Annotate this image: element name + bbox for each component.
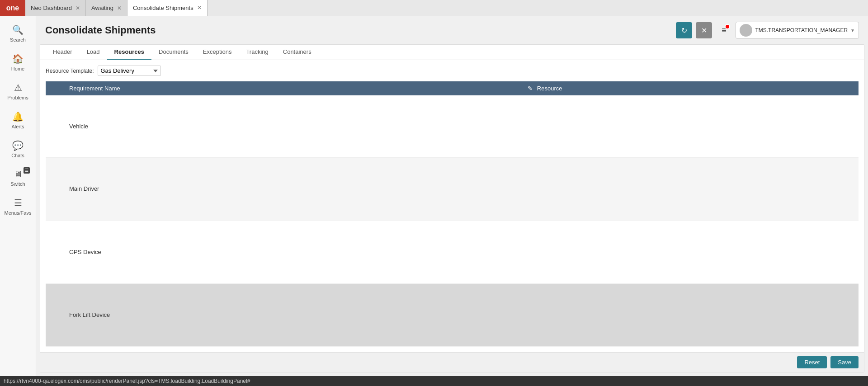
tab-tracking[interactable]: Tracking bbox=[239, 45, 275, 60]
sidebar-item-switch-label: Switch bbox=[10, 181, 25, 187]
chevron-down-icon: ▼ bbox=[850, 28, 855, 33]
status-bar: https://rtvn4000-qa.elogex.com/oms/publi… bbox=[0, 376, 868, 386]
sidebar-item-problems-label: Problems bbox=[7, 95, 28, 100]
switch-icon: 🖥 bbox=[14, 169, 23, 179]
table-cell-requirement-vehicle: Vehicle bbox=[64, 95, 522, 157]
search-icon: 🔍 bbox=[12, 24, 24, 35]
tab-bar: one Neo Dashboard ✕ Awaiting ✕ Consolida… bbox=[0, 0, 868, 16]
resource-template-label: Resource Template: bbox=[46, 68, 94, 74]
refresh-button[interactable]: ↻ bbox=[676, 22, 692, 38]
table-cell-resource-vehicle bbox=[522, 95, 859, 157]
table-cell-requirement-gps: GPS Device bbox=[64, 221, 522, 283]
tab-neo-dashboard-label: Neo Dashboard bbox=[31, 5, 72, 11]
resource-template-row: Resource Template: Gas Delivery Standard… bbox=[46, 66, 859, 76]
table-row: Vehicle bbox=[46, 95, 859, 157]
resource-table: Requirement Name ✎ Resource Vehicle bbox=[46, 81, 859, 347]
main-panel: Header Load Resources Documents Exceptio… bbox=[40, 44, 864, 372]
app-logo: one bbox=[0, 0, 25, 16]
avatar bbox=[740, 24, 752, 37]
table-col-requirement-name: Requirement Name bbox=[64, 81, 522, 95]
table-cell-edit bbox=[46, 283, 64, 346]
sidebar-item-menus-favs-label: Menus/Favs bbox=[5, 210, 32, 216]
tab-consolidate-shipments[interactable]: Consolidate Shipments ✕ bbox=[127, 0, 208, 16]
user-dropdown[interactable]: TMS.TRANSPORTATION_MANAGER ▼ bbox=[736, 22, 859, 39]
resource-template-select[interactable]: Gas Delivery Standard Delivery Express D… bbox=[98, 66, 161, 76]
refresh-icon: ↻ bbox=[681, 26, 687, 35]
table-header-row: Requirement Name ✎ Resource bbox=[46, 81, 859, 95]
tab-exceptions[interactable]: Exceptions bbox=[196, 45, 239, 60]
content-area: Consolidate Shipments ↻ ✕ ≡ TMS.TRANSPOR… bbox=[36, 16, 868, 376]
tab-awaiting-close[interactable]: ✕ bbox=[117, 5, 122, 11]
menus-icon: ☰ bbox=[14, 198, 22, 208]
status-url: https://rtvn4000-qa.elogex.com/oms/publi… bbox=[4, 378, 250, 384]
sidebar-item-search-label: Search bbox=[10, 37, 26, 42]
panel-tabs-bar: Header Load Resources Documents Exceptio… bbox=[40, 45, 864, 60]
tab-containers[interactable]: Containers bbox=[276, 45, 319, 60]
reset-button[interactable]: Reset bbox=[797, 356, 827, 368]
panel-footer: Reset Save bbox=[40, 352, 864, 372]
chats-icon: 💬 bbox=[12, 140, 24, 151]
switch-badge: ☰ bbox=[24, 167, 30, 174]
tab-neo-dashboard-close[interactable]: ✕ bbox=[75, 5, 80, 11]
table-row: Main Driver bbox=[46, 157, 859, 220]
home-icon: 🏠 bbox=[12, 53, 24, 64]
menu-button[interactable]: ≡ bbox=[716, 22, 732, 38]
sidebar-item-alerts-label: Alerts bbox=[11, 124, 24, 129]
sidebar-item-switch[interactable]: 🖥 ☰ Switch bbox=[2, 165, 34, 191]
sidebar-item-menus-favs[interactable]: ☰ Menus/Favs bbox=[2, 193, 34, 220]
sidebar-item-search[interactable]: 🔍 Search bbox=[2, 20, 34, 47]
table-cell-requirement-main-driver: Main Driver bbox=[64, 157, 522, 220]
tab-documents[interactable]: Documents bbox=[151, 45, 196, 60]
tab-header[interactable]: Header bbox=[46, 45, 80, 60]
sidebar-item-chats[interactable]: 💬 Chats bbox=[2, 136, 34, 163]
main-layout: 🔍 Search 🏠 Home ⚠ Problems 🔔 Alerts 💬 Ch… bbox=[0, 16, 868, 376]
table-cell-edit bbox=[46, 221, 64, 283]
sidebar-item-home[interactable]: 🏠 Home bbox=[2, 49, 34, 76]
table-col-edit bbox=[46, 81, 64, 95]
tab-awaiting[interactable]: Awaiting ✕ bbox=[86, 0, 127, 16]
table-cell-resource-gps bbox=[522, 221, 859, 283]
sidebar-item-chats-label: Chats bbox=[11, 153, 24, 158]
page-header: Consolidate Shipments ↻ ✕ ≡ TMS.TRANSPOR… bbox=[36, 16, 868, 44]
tab-resources[interactable]: Resources bbox=[107, 45, 151, 60]
close-button[interactable]: ✕ bbox=[696, 22, 712, 38]
tab-consolidate-shipments-label: Consolidate Shipments bbox=[133, 5, 193, 11]
tab-consolidate-shipments-close[interactable]: ✕ bbox=[197, 5, 202, 11]
user-name: TMS.TRANSPORTATION_MANAGER bbox=[755, 27, 848, 33]
problems-icon: ⚠ bbox=[14, 82, 22, 93]
header-actions: ↻ ✕ ≡ TMS.TRANSPORTATION_MANAGER ▼ bbox=[676, 22, 859, 39]
resources-content: Resource Template: Gas Delivery Standard… bbox=[40, 60, 864, 352]
save-button[interactable]: Save bbox=[830, 356, 859, 368]
tab-neo-dashboard[interactable]: Neo Dashboard ✕ bbox=[25, 0, 86, 16]
table-row: GPS Device bbox=[46, 221, 859, 283]
alerts-icon: 🔔 bbox=[12, 111, 24, 122]
table-cell-requirement-forklift: Fork Lift Device bbox=[64, 283, 522, 346]
sidebar-item-alerts[interactable]: 🔔 Alerts bbox=[2, 107, 34, 134]
table-cell-resource-main-driver bbox=[522, 157, 859, 220]
sidebar: 🔍 Search 🏠 Home ⚠ Problems 🔔 Alerts 💬 Ch… bbox=[0, 16, 36, 376]
table-row: Fork Lift Device bbox=[46, 283, 859, 346]
tab-awaiting-label: Awaiting bbox=[91, 5, 113, 11]
page-title: Consolidate Shipments bbox=[45, 24, 156, 36]
table-cell-edit bbox=[46, 95, 64, 157]
table-cell-resource-forklift bbox=[522, 283, 859, 346]
table-col-resource: ✎ Resource bbox=[522, 81, 859, 95]
sidebar-item-problems[interactable]: ⚠ Problems bbox=[2, 78, 34, 105]
table-cell-edit bbox=[46, 157, 64, 220]
tab-load[interactable]: Load bbox=[80, 45, 107, 60]
edit-icon: ✎ bbox=[528, 85, 533, 92]
notification-dot bbox=[725, 24, 730, 29]
sidebar-item-home-label: Home bbox=[11, 66, 24, 71]
close-icon: ✕ bbox=[701, 26, 707, 35]
